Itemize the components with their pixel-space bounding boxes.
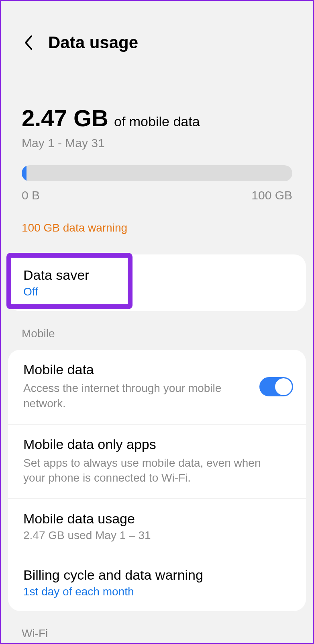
section-header-wifi: Wi-Fi (1, 611, 313, 644)
usage-progress-labels: 0 B 100 GB (22, 189, 292, 202)
usage-suffix: of mobile data (114, 114, 200, 129)
usage-progress-bar (22, 165, 292, 181)
mobile-data-row[interactable]: Mobile data Access the internet through … (8, 350, 306, 424)
mobile-data-only-apps-desc: Set apps to always use mobile data, even… (23, 455, 284, 486)
mobile-data-usage-row[interactable]: Mobile data usage 2.47 GB used May 1 – 3… (8, 498, 306, 555)
mobile-data-desc: Access the internet through your mobile … (23, 381, 248, 411)
usage-max-label: 100 GB (251, 189, 292, 202)
mobile-data-title: Mobile data (23, 362, 291, 377)
data-saver-title: Data saver (23, 267, 291, 283)
usage-summary: 2.47 GB of mobile data May 1 - May 31 0 … (1, 64, 313, 242)
back-icon[interactable] (20, 35, 36, 51)
usage-amount-row: 2.47 GB of mobile data (22, 105, 292, 131)
usage-amount: 2.47 GB (22, 105, 108, 131)
usage-min-label: 0 B (22, 189, 40, 202)
billing-cycle-title: Billing cycle and data warning (23, 567, 291, 583)
usage-period: May 1 - May 31 (22, 136, 292, 150)
header: Data usage (1, 1, 313, 64)
usage-progress-fill (22, 165, 27, 181)
mobile-data-only-apps-title: Mobile data only apps (23, 437, 291, 452)
data-saver-row[interactable]: Data saver Off (8, 254, 306, 311)
mobile-data-usage-title: Mobile data usage (23, 511, 291, 527)
mobile-settings-card: Mobile data Access the internet through … (8, 350, 306, 611)
mobile-data-usage-sub: 2.47 GB used May 1 – 31 (23, 529, 291, 542)
page-title: Data usage (48, 33, 138, 52)
section-header-mobile: Mobile (1, 311, 313, 350)
mobile-data-toggle[interactable] (259, 377, 293, 396)
toggle-knob (275, 378, 292, 395)
billing-cycle-sub: 1st day of each month (23, 585, 291, 598)
mobile-data-only-apps-row[interactable]: Mobile data only apps Set apps to always… (8, 424, 306, 499)
data-warning-label: 100 GB data warning (22, 222, 292, 234)
data-saver-status: Off (23, 285, 291, 298)
billing-cycle-row[interactable]: Billing cycle and data warning 1st day o… (8, 555, 306, 611)
